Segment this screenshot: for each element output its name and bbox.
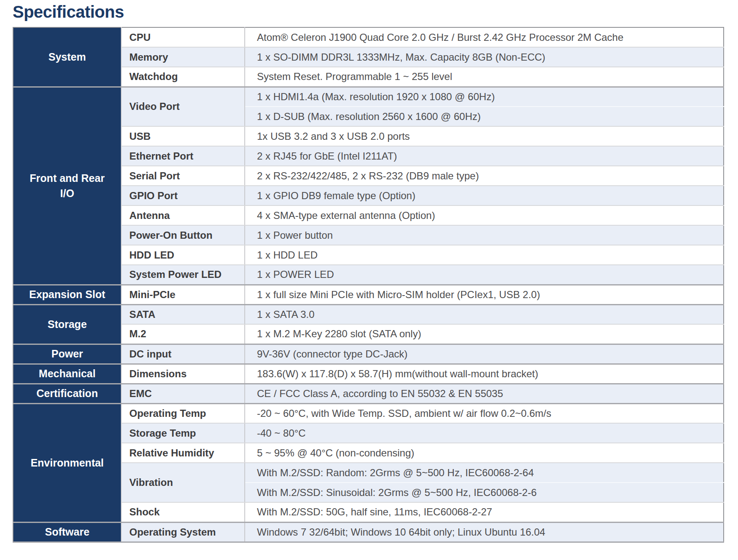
category-cell: Power [13,344,121,364]
spec-label-cell: System Power LED [121,265,245,285]
spec-label-cell: Dimensions [121,364,245,384]
category-cell: Front and Rear I/O [13,87,121,285]
spec-label-cell: USB [121,126,245,146]
spec-value-cell: With M.2/SSD: Sinusoidal: 2Grms @ 5~500 … [245,483,724,502]
spec-value-cell: System Reset. Programmable 1 ~ 255 level [245,67,724,87]
spec-label-cell: Storage Temp [121,423,245,443]
spec-table: SystemCPUAtom® Celeron J1900 Quad Core 2… [13,27,724,543]
spec-value-cell: With M.2/SSD: 50G, half sine, 11ms, IEC6… [245,502,724,522]
category-cell: Mechanical [13,364,121,384]
table-row: SoftwareOperating SystemWindows 7 32/64b… [13,522,724,542]
spec-value-cell: -20 ~ 60°C, with Wide Temp. SSD, ambient… [245,403,724,423]
spec-value-cell: 2 x RJ45 for GbE (Intel I211AT) [245,146,724,166]
category-cell: Storage [13,304,121,344]
spec-value-cell: CE / FCC Class A, according to EN 55032 … [245,384,724,403]
table-row: CertificationEMCCE / FCC Class A, accord… [13,384,724,403]
table-row: MechanicalDimensions183.6(W) x 117.8(D) … [13,364,724,384]
spec-label-cell: Ethernet Port [121,146,245,166]
spec-label-cell: Vibration [121,463,245,502]
table-row: SystemCPUAtom® Celeron J1900 Quad Core 2… [13,27,724,47]
spec-label-cell: Relative Humidity [121,443,245,463]
page-title: Specifications [13,3,738,21]
spec-label-cell: M.2 [121,324,245,344]
spec-label-cell: Antenna [121,205,245,225]
spec-value-cell: 1 x POWER LED [245,265,724,285]
spec-value-cell: 2 x RS-232/422/485, 2 x RS-232 (DB9 male… [245,166,724,186]
spec-value-cell: 1 x M.2 M-Key 2280 slot (SATA only) [245,324,724,344]
spec-value-cell: With M.2/SSD: Random: 2Grms @ 5~500 Hz, … [245,463,724,483]
category-cell: Environmental [13,403,121,522]
specifications-page: Specifications SystemCPUAtom® Celeron J1… [0,0,738,560]
spec-label-cell: Shock [121,502,245,522]
spec-value-cell: 1 x full size Mini PCIe with Micro-SIM h… [245,285,724,304]
spec-value-cell: 1 x HDD LED [245,245,724,265]
spec-label-cell: EMC [121,384,245,403]
spec-value-cell: 183.6(W) x 117.8(D) x 58.7(H) mm(without… [245,364,724,384]
spec-label-cell: Operating System [121,522,245,542]
spec-label-cell: HDD LED [121,245,245,265]
spec-value-cell: 1x USB 3.2 and 3 x USB 2.0 ports [245,126,724,146]
category-cell: Certification [13,384,121,403]
table-row: Expansion SlotMini-PCIe1 x full size Min… [13,285,724,304]
spec-label-cell: SATA [121,304,245,324]
table-row: EnvironmentalOperating Temp-20 ~ 60°C, w… [13,403,724,423]
spec-label-cell: Memory [121,47,245,67]
spec-value-cell: 1 x GPIO DB9 female type (Option) [245,186,724,205]
spec-value-cell: 1 x SO-DIMM DDR3L 1333MHz, Max. Capacity… [245,47,724,67]
table-row: Front and Rear I/OVideo Port1 x HDMI1.4a… [13,87,724,107]
table-row: StorageSATA1 x SATA 3.0 [13,304,724,324]
spec-label-cell: Serial Port [121,166,245,186]
category-cell: Software [13,522,121,542]
spec-label-cell: Mini-PCIe [121,285,245,304]
category-cell: System [13,27,121,87]
spec-label-cell: CPU [121,27,245,47]
spec-value-cell: 1 x SATA 3.0 [245,304,724,324]
spec-value-cell: 1 x HDMI1.4a (Max. resolution 1920 x 108… [245,87,724,107]
spec-label-cell: GPIO Port [121,186,245,205]
spec-value-cell: 9V-36V (connector type DC-Jack) [245,344,724,364]
spec-value-cell: 5 ~ 95% @ 40°C (non-condensing) [245,443,724,463]
spec-value-cell: -40 ~ 80°C [245,423,724,443]
spec-label-cell: Power-On Button [121,225,245,245]
spec-value-cell: 1 x D-SUB (Max. resolution 2560 x 1600 @… [245,107,724,126]
category-cell: Expansion Slot [13,285,121,304]
spec-value-cell: 4 x SMA-type external antenna (Option) [245,205,724,225]
spec-label-cell: Operating Temp [121,403,245,423]
spec-value-cell: Windows 7 32/64bit; Windows 10 64bit onl… [245,522,724,542]
spec-label-cell: DC input [121,344,245,364]
table-row: PowerDC input9V-36V (connector type DC-J… [13,344,724,364]
spec-label-cell: Video Port [121,87,245,126]
spec-value-cell: Atom® Celeron J1900 Quad Core 2.0 GHz / … [245,27,724,47]
spec-value-cell: 1 x Power button [245,225,724,245]
spec-label-cell: Watchdog [121,67,245,87]
